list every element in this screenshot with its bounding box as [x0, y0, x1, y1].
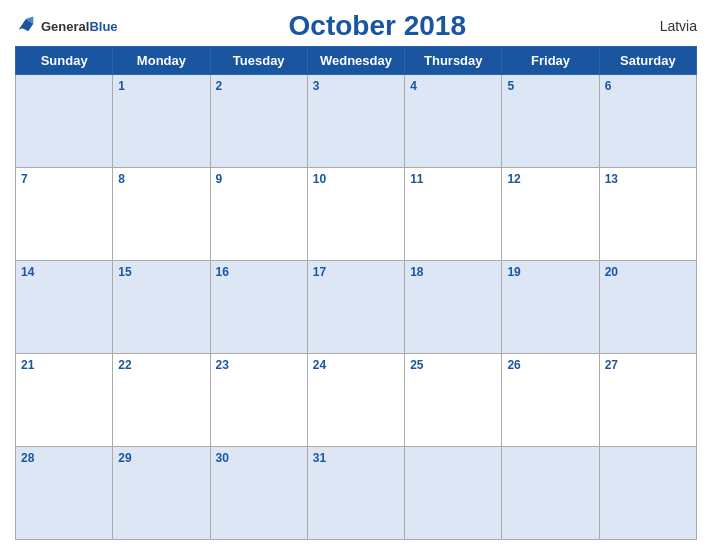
day-header-sunday: Sunday [16, 47, 113, 75]
day-number: 8 [118, 172, 125, 186]
day-number: 12 [507, 172, 520, 186]
calendar-header: GeneralBlue October 2018 Latvia [15, 10, 697, 42]
day-number: 9 [216, 172, 223, 186]
calendar-day-29: 29 [113, 447, 210, 540]
day-number: 29 [118, 451, 131, 465]
day-number: 28 [21, 451, 34, 465]
day-header-friday: Friday [502, 47, 599, 75]
calendar-day-11: 11 [405, 168, 502, 261]
calendar-day-26: 26 [502, 354, 599, 447]
calendar-day-1: 1 [113, 75, 210, 168]
calendar-week-row: 14151617181920 [16, 261, 697, 354]
day-number: 19 [507, 265, 520, 279]
day-number: 26 [507, 358, 520, 372]
calendar-week-row: 28293031 [16, 447, 697, 540]
calendar-week-row: 123456 [16, 75, 697, 168]
day-number: 17 [313, 265, 326, 279]
day-number: 5 [507, 79, 514, 93]
day-header-thursday: Thursday [405, 47, 502, 75]
calendar-day-16: 16 [210, 261, 307, 354]
calendar-day-7: 7 [16, 168, 113, 261]
calendar-day-22: 22 [113, 354, 210, 447]
day-number: 21 [21, 358, 34, 372]
day-number: 27 [605, 358, 618, 372]
calendar-day-14: 14 [16, 261, 113, 354]
calendar-title: October 2018 [118, 10, 637, 42]
day-header-tuesday: Tuesday [210, 47, 307, 75]
country-label: Latvia [637, 18, 697, 34]
calendar-week-row: 21222324252627 [16, 354, 697, 447]
day-header-saturday: Saturday [599, 47, 696, 75]
calendar-day-4: 4 [405, 75, 502, 168]
day-number: 7 [21, 172, 28, 186]
day-number: 22 [118, 358, 131, 372]
calendar-day-21: 21 [16, 354, 113, 447]
day-number: 1 [118, 79, 125, 93]
day-number: 13 [605, 172, 618, 186]
logo-bird-icon [15, 15, 37, 37]
day-number: 18 [410, 265, 423, 279]
logo: GeneralBlue [15, 15, 118, 37]
day-number: 31 [313, 451, 326, 465]
calendar-day-2: 2 [210, 75, 307, 168]
day-number: 11 [410, 172, 423, 186]
calendar-day-31: 31 [307, 447, 404, 540]
calendar-day-13: 13 [599, 168, 696, 261]
calendar-day-23: 23 [210, 354, 307, 447]
logo-general-text: GeneralBlue [41, 17, 118, 35]
days-header-row: SundayMondayTuesdayWednesdayThursdayFrid… [16, 47, 697, 75]
calendar-day-25: 25 [405, 354, 502, 447]
calendar-day-8: 8 [113, 168, 210, 261]
calendar-week-row: 78910111213 [16, 168, 697, 261]
calendar-day-12: 12 [502, 168, 599, 261]
calendar-day-empty [405, 447, 502, 540]
calendar-day-10: 10 [307, 168, 404, 261]
day-number: 30 [216, 451, 229, 465]
day-number: 6 [605, 79, 612, 93]
day-number: 16 [216, 265, 229, 279]
day-number: 23 [216, 358, 229, 372]
calendar-day-30: 30 [210, 447, 307, 540]
calendar-day-15: 15 [113, 261, 210, 354]
calendar-day-24: 24 [307, 354, 404, 447]
calendar-day-27: 27 [599, 354, 696, 447]
calendar-day-28: 28 [16, 447, 113, 540]
day-header-wednesday: Wednesday [307, 47, 404, 75]
calendar-day-17: 17 [307, 261, 404, 354]
calendar-day-20: 20 [599, 261, 696, 354]
calendar-day-empty [599, 447, 696, 540]
day-number: 10 [313, 172, 326, 186]
day-number: 4 [410, 79, 417, 93]
calendar-day-3: 3 [307, 75, 404, 168]
day-number: 2 [216, 79, 223, 93]
calendar-day-19: 19 [502, 261, 599, 354]
day-header-monday: Monday [113, 47, 210, 75]
calendar-day-empty [16, 75, 113, 168]
calendar-day-9: 9 [210, 168, 307, 261]
calendar-day-6: 6 [599, 75, 696, 168]
day-number: 24 [313, 358, 326, 372]
day-number: 20 [605, 265, 618, 279]
day-number: 14 [21, 265, 34, 279]
day-number: 3 [313, 79, 320, 93]
calendar-day-5: 5 [502, 75, 599, 168]
calendar-table: SundayMondayTuesdayWednesdayThursdayFrid… [15, 46, 697, 540]
day-number: 25 [410, 358, 423, 372]
calendar-day-empty [502, 447, 599, 540]
calendar-day-18: 18 [405, 261, 502, 354]
day-number: 15 [118, 265, 131, 279]
